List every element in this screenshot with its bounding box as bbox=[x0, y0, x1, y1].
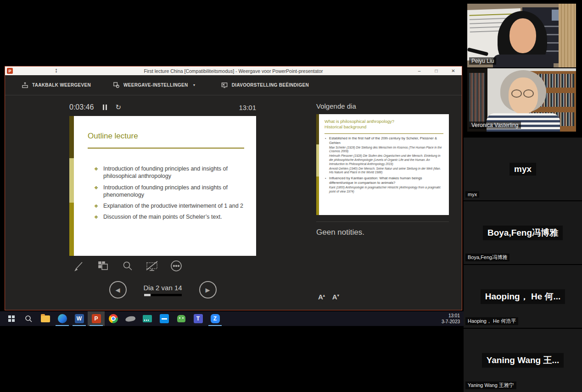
title-bar[interactable]: P ↕ First lecture China [Compatibiliteit… bbox=[5, 66, 462, 75]
arrow-down-icon: ▾ bbox=[337, 293, 339, 298]
taskbar-file-explorer[interactable] bbox=[37, 311, 54, 326]
preview-title-rule bbox=[325, 133, 443, 134]
bullet-icon: • bbox=[325, 136, 326, 140]
preview-title: What is philosophical anthropology? Hist… bbox=[325, 119, 443, 130]
pen-icon bbox=[73, 260, 85, 272]
blank-screen-icon bbox=[145, 260, 159, 272]
mouse-cursor-icon: ↕ bbox=[55, 66, 58, 74]
active-app-underline bbox=[90, 325, 103, 326]
slide-accent-stripe bbox=[69, 116, 74, 256]
slide-bullet-list: ❖Introduction of founding principles and… bbox=[88, 165, 244, 221]
annotation-tools bbox=[72, 259, 183, 273]
end-slideshow-icon bbox=[221, 82, 228, 88]
slide-bullet: ❖Discussion of the main points of Schele… bbox=[94, 213, 244, 221]
person-face bbox=[509, 18, 536, 53]
slide-bullet: ❖Introduction of founding principles and… bbox=[94, 184, 244, 199]
taskbar-clock[interactable]: 13:01 3-7-2023 bbox=[442, 313, 460, 325]
bullet-icon: ❖ bbox=[94, 203, 98, 209]
restart-timer-button[interactable]: ↻ bbox=[115, 103, 121, 111]
current-time: 13:01 bbox=[239, 104, 256, 111]
folder-icon bbox=[41, 315, 50, 322]
gray-utility-app-icon bbox=[125, 315, 136, 322]
active-app-underline bbox=[73, 325, 86, 326]
taskbar-edge[interactable] bbox=[54, 311, 71, 326]
zoom-icon: Z bbox=[211, 314, 220, 323]
teal-app-icon bbox=[143, 315, 152, 322]
close-button[interactable]: ✕ bbox=[445, 66, 462, 75]
current-slide[interactable]: Outline lecture ❖Introduction of foundin… bbox=[69, 116, 256, 256]
timer-row: 0:03:46 ↻ 13:01 bbox=[69, 103, 256, 111]
taskbar-teams[interactable]: T bbox=[190, 311, 207, 326]
minimize-button[interactable]: – bbox=[411, 66, 428, 75]
taskbar-teamviewer[interactable] bbox=[156, 311, 173, 326]
end-slideshow-button[interactable]: DIAVOORSTELLING BEËINDIGEN bbox=[221, 82, 309, 88]
decrease-font-button[interactable]: A▾ bbox=[332, 293, 339, 301]
bullet-icon: ❖ bbox=[94, 214, 98, 220]
search-icon bbox=[24, 315, 33, 323]
display-settings-button[interactable]: WEERGAVE-INSTELLINGEN ▼ bbox=[113, 82, 196, 88]
taskbar-zoom[interactable]: Z bbox=[207, 311, 224, 326]
slide-title: Outline lecture bbox=[88, 132, 244, 141]
display-settings-label: WEERGAVE-INSTELLINGEN bbox=[123, 83, 188, 88]
taskbar-green-app[interactable] bbox=[173, 311, 190, 326]
taskbar-powerpoint[interactable]: P bbox=[88, 311, 105, 326]
participant-video-veronica-vasterling[interactable]: Veronica Vasterling bbox=[467, 68, 576, 132]
taskbar-icons: W P T Z bbox=[0, 311, 464, 326]
participant-video-peiyu-liu[interactable]: Peiyu Liu bbox=[467, 4, 576, 67]
slide-progress-bar bbox=[144, 294, 182, 296]
taskbar-chrome[interactable] bbox=[105, 311, 122, 326]
taskbar-date: 3-7-2023 bbox=[442, 319, 460, 325]
start-button[interactable] bbox=[3, 311, 20, 326]
taskbar-icon bbox=[22, 82, 28, 88]
person-body bbox=[493, 55, 554, 67]
participant-tile-yaning-wang[interactable]: Yaning Wang 王... Yaning Wang 王雅宁 bbox=[464, 329, 582, 392]
slide-progress-fill bbox=[144, 294, 151, 296]
bullet-icon: • bbox=[325, 176, 326, 180]
preview-bullet: •Established in the first half of the 20… bbox=[325, 136, 443, 145]
wood-wall bbox=[559, 4, 576, 67]
preview-content: What is philosophical anthropology? Hist… bbox=[319, 114, 449, 215]
arrow-up-icon: ▴ bbox=[323, 293, 325, 298]
next-slide-button[interactable]: ▶ bbox=[199, 281, 217, 298]
edge-icon bbox=[58, 314, 67, 323]
active-app-underline bbox=[56, 325, 69, 326]
see-all-slides-button[interactable] bbox=[96, 259, 110, 273]
participant-display-name: Yaning Wang 王... bbox=[482, 353, 564, 368]
show-taskbar-button[interactable]: TAAKBALK WEERGEVEN bbox=[22, 82, 91, 88]
glasses-icon bbox=[523, 89, 534, 98]
bullet-icon: ❖ bbox=[94, 166, 98, 172]
zoom-slide-button[interactable] bbox=[121, 259, 134, 273]
participant-tile-myx[interactable]: myx myx bbox=[464, 138, 582, 200]
taskbar-search-button[interactable] bbox=[20, 311, 37, 326]
increase-font-button[interactable]: A▴ bbox=[318, 293, 325, 301]
taskbar-gray-app[interactable] bbox=[122, 311, 139, 326]
slide-bullet: ❖Explanation of the productive intertwin… bbox=[94, 202, 244, 210]
more-options-button[interactable] bbox=[169, 259, 183, 273]
slide-counter: Dia 2 van 14 bbox=[138, 284, 188, 296]
pause-timer-button[interactable] bbox=[103, 105, 107, 110]
next-slide-preview: What is philosophical anthropology? Hist… bbox=[316, 114, 449, 215]
active-app-underline bbox=[208, 325, 222, 326]
participant-name-label: myx bbox=[465, 191, 479, 198]
ellipsis-icon bbox=[170, 259, 183, 272]
taskbar-teal-app[interactable] bbox=[139, 311, 156, 326]
maximize-button[interactable]: □ bbox=[428, 66, 445, 75]
slide-content: Outline lecture ❖Introduction of foundin… bbox=[74, 116, 256, 256]
taskbar-word[interactable]: W bbox=[71, 311, 88, 326]
slide-title-rule bbox=[88, 148, 244, 149]
powerpoint-presenter-window: P ↕ First lecture China [Compatibiliteit… bbox=[5, 66, 462, 310]
participant-tile-boya-feng[interactable]: Boya,Feng冯博雅 Boya,Feng冯博雅 bbox=[464, 201, 582, 264]
participant-name-label: Peiyu Liu bbox=[469, 57, 496, 65]
participant-tile-haoping-he[interactable]: Haoping， He 何... Haoping， He 何浩平 bbox=[464, 265, 582, 328]
display-settings-icon bbox=[113, 82, 120, 88]
pen-tool-button[interactable] bbox=[72, 259, 86, 273]
black-screen-button[interactable] bbox=[145, 259, 159, 273]
teams-icon: T bbox=[194, 314, 203, 323]
show-taskbar-label: TAAKBALK WEERGEVEN bbox=[32, 83, 91, 88]
preview-bullet: •Influenced by Kantian question: What ma… bbox=[325, 176, 443, 185]
participant-name-label: Veronica Vasterling bbox=[469, 121, 521, 129]
taskbar-time: 13:01 bbox=[442, 313, 460, 319]
previous-slide-button[interactable]: ◀ bbox=[109, 281, 127, 298]
window-title: First lecture China [Compatibiliteitsmod… bbox=[5, 68, 462, 74]
slide-bullet: ❖Introduction of founding principles and… bbox=[94, 165, 244, 180]
